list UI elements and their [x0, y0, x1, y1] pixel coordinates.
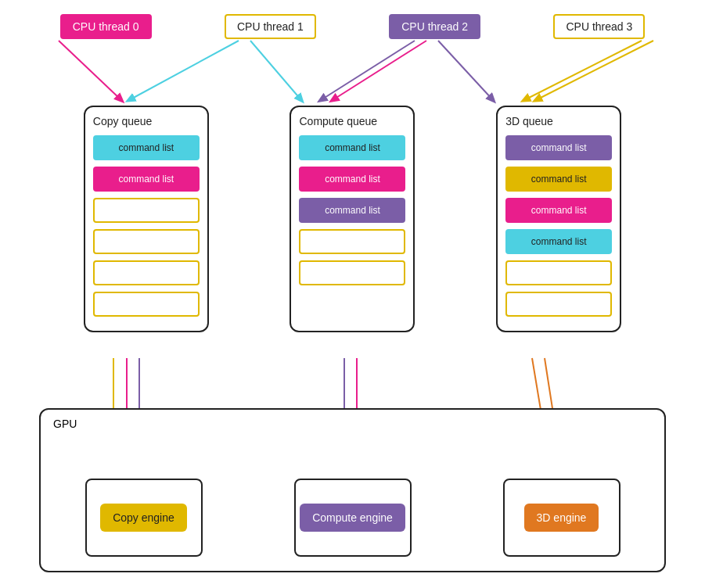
cpu-thread-2: CPU thread 2 [389, 14, 480, 39]
cmd-copy-3 [93, 229, 200, 254]
compute-engine-container: Compute engine [294, 479, 412, 557]
copy-queue-title: Copy queue [93, 115, 200, 127]
svg-line-4 [333, 41, 426, 100]
cmd-3d-4 [505, 260, 612, 285]
cmd-compute-4 [299, 260, 405, 285]
svg-line-7 [536, 41, 653, 100]
cmd-copy-4 [93, 260, 200, 285]
cmd-3d-3: command list [505, 229, 612, 254]
3d-queue: 3D queue command list command list comma… [496, 106, 621, 332]
svg-line-3 [321, 41, 415, 100]
cmd-copy-2 [93, 198, 200, 223]
copy-engine-container: Copy engine [85, 479, 203, 557]
cpu-thread-0: CPU thread 0 [60, 14, 152, 39]
compute-engine: Compute engine [300, 504, 405, 532]
svg-line-6 [524, 41, 642, 100]
copy-queue: Copy queue command list command list [84, 106, 209, 332]
3d-engine: 3D engine [524, 504, 599, 532]
cmd-compute-1: command list [299, 167, 405, 192]
3d-engine-container: 3D engine [503, 479, 620, 557]
diagram: CPU thread 0 CPU thread 1 CPU thread 2 C… [0, 0, 705, 588]
engines-row: Copy engine Compute engine 3D engine [39, 479, 666, 557]
cpu-thread-3: CPU thread 3 [553, 14, 645, 39]
cmd-copy-0: command list [93, 135, 200, 160]
cmd-copy-5 [93, 292, 200, 317]
cmd-3d-1: command list [505, 167, 612, 192]
cmd-3d-2: command list [505, 198, 612, 223]
gpu-label: GPU [53, 418, 77, 430]
cmd-3d-5 [505, 292, 612, 317]
cmd-compute-3 [299, 229, 405, 254]
3d-queue-title: 3D queue [505, 115, 612, 127]
copy-engine: Copy engine [100, 504, 187, 532]
svg-line-1 [129, 41, 239, 100]
svg-line-2 [250, 41, 301, 100]
compute-queue: Compute queue command list command list … [290, 106, 415, 332]
cmd-compute-0: command list [299, 135, 405, 160]
svg-line-0 [59, 41, 121, 100]
compute-queue-title: Compute queue [299, 115, 405, 127]
svg-line-5 [438, 41, 493, 100]
cmd-compute-2: command list [299, 198, 405, 223]
cmd-copy-1: command list [93, 167, 200, 192]
cpu-thread-1: CPU thread 1 [225, 14, 316, 39]
cmd-3d-0: command list [505, 135, 612, 160]
